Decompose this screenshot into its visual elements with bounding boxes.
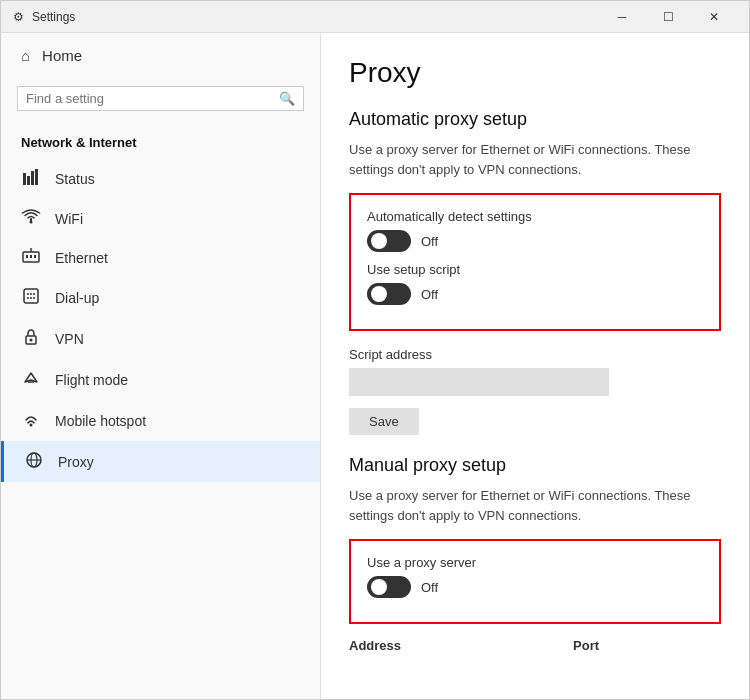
auto-detect-toggle-text: Off [421,234,438,249]
close-button[interactable]: ✕ [691,1,737,33]
svg-point-11 [27,293,29,295]
use-proxy-toggle-text: Off [421,580,438,595]
settings-window: ⚙ Settings ─ ☐ ✕ ⌂ Home 🔍 Network & Inte… [0,0,750,700]
mobilehotspot-icon [21,410,41,431]
sidebar-item-flightmode[interactable]: Flight mode [1,359,320,400]
use-proxy-toggle[interactable] [367,576,411,598]
wifi-icon [21,209,41,228]
dialup-icon [21,287,41,308]
sidebar-item-proxy[interactable]: Proxy [1,441,320,482]
sidebar-item-mobilehotspot[interactable]: Mobile hotspot [1,400,320,441]
auto-section-title: Automatic proxy setup [349,109,721,130]
svg-rect-0 [23,173,26,185]
svg-rect-1 [27,176,30,185]
setup-script-toggle-text: Off [421,287,438,302]
svg-point-4 [30,221,33,224]
title-bar-controls: ─ ☐ ✕ [599,1,737,33]
settings-icon: ⚙ [13,10,24,24]
svg-point-14 [27,297,29,299]
setup-script-label: Use setup script [367,262,703,277]
auto-detect-toggle-wrap: Off [367,230,703,252]
dialup-label: Dial-up [55,290,99,306]
sidebar-item-ethernet[interactable]: Ethernet [1,238,320,277]
flightmode-icon [21,369,41,390]
sidebar-item-status[interactable]: Status [1,158,320,199]
content-area: ⌂ Home 🔍 Network & Internet Status [1,33,749,699]
svg-rect-3 [35,169,38,185]
minimize-button[interactable]: ─ [599,1,645,33]
sidebar-item-dialup[interactable]: Dial-up [1,277,320,318]
wifi-label: WiFi [55,211,83,227]
svg-rect-2 [31,171,34,185]
sidebar-item-home[interactable]: ⌂ Home [1,33,320,78]
port-label: Port [573,638,599,653]
sidebar-section-title: Network & Internet [1,127,320,158]
manual-section-title: Manual proxy setup [349,455,721,476]
maximize-button[interactable]: ☐ [645,1,691,33]
ethernet-label: Ethernet [55,250,108,266]
sidebar: ⌂ Home 🔍 Network & Internet Status [1,33,321,699]
manual-section-desc: Use a proxy server for Ethernet or WiFi … [349,486,721,525]
svg-rect-8 [34,255,36,258]
svg-point-16 [33,297,35,299]
setup-script-toggle-wrap: Off [367,283,703,305]
vpn-label: VPN [55,331,84,347]
flightmode-label: Flight mode [55,372,128,388]
mobilehotspot-label: Mobile hotspot [55,413,146,429]
script-address-input[interactable] [349,368,609,396]
svg-rect-6 [26,255,28,258]
use-proxy-row: Use a proxy server Off [367,555,703,598]
address-label: Address [349,638,401,653]
auto-proxy-highlight-box: Automatically detect settings Off Use se… [349,193,721,331]
auto-detect-toggle[interactable] [367,230,411,252]
window-title: Settings [32,10,75,24]
home-icon: ⌂ [21,47,30,64]
title-bar: ⚙ Settings ─ ☐ ✕ [1,1,749,33]
port-group: Port [573,638,599,655]
address-group: Address [349,638,401,655]
address-port-row: Address Port [349,638,721,655]
svg-point-18 [30,339,33,342]
search-box[interactable]: 🔍 [17,86,304,111]
use-proxy-toggle-wrap: Off [367,576,703,598]
use-proxy-label: Use a proxy server [367,555,703,570]
svg-rect-7 [30,255,32,258]
svg-point-20 [30,424,33,427]
page-title: Proxy [349,57,721,89]
setup-script-row: Use setup script Off [367,262,703,305]
search-input[interactable] [26,91,279,106]
save-button[interactable]: Save [349,408,419,435]
auto-detect-row: Automatically detect settings Off [367,209,703,252]
vpn-icon [21,328,41,349]
manual-proxy-highlight-box: Use a proxy server Off [349,539,721,624]
sidebar-item-wifi[interactable]: WiFi [1,199,320,238]
proxy-label: Proxy [58,454,94,470]
title-bar-left: ⚙ Settings [13,10,75,24]
svg-point-13 [33,293,35,295]
status-label: Status [55,171,95,187]
auto-section-desc: Use a proxy server for Ethernet or WiFi … [349,140,721,179]
auto-detect-label: Automatically detect settings [367,209,703,224]
main-content: Proxy Automatic proxy setup Use a proxy … [321,33,749,699]
ethernet-icon [21,248,41,267]
svg-rect-10 [24,289,38,303]
setup-script-toggle[interactable] [367,283,411,305]
svg-point-12 [30,293,32,295]
home-label: Home [42,47,82,64]
status-icon [21,168,41,189]
script-address-label: Script address [349,347,721,362]
sidebar-item-vpn[interactable]: VPN [1,318,320,359]
svg-point-15 [30,297,32,299]
proxy-icon [24,451,44,472]
search-icon: 🔍 [279,91,295,106]
